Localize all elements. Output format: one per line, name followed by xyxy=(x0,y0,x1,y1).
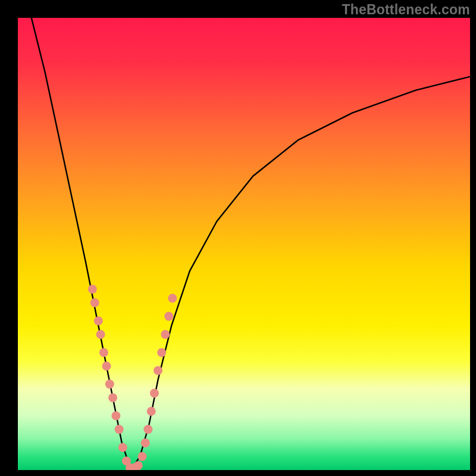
highlight-dot xyxy=(96,330,105,339)
plot-area xyxy=(18,18,470,470)
bottleneck-curve xyxy=(32,18,470,470)
highlight-dot xyxy=(141,439,150,447)
highlight-dot xyxy=(99,348,108,357)
highlight-dot xyxy=(88,285,97,294)
chart-frame: TheBottleneck.com xyxy=(0,0,476,476)
highlight-dot xyxy=(147,407,156,416)
highlight-dot xyxy=(105,380,114,389)
highlight-dot xyxy=(111,411,120,420)
highlight-dot xyxy=(161,330,170,339)
highlight-dot xyxy=(115,425,124,434)
highlight-dot xyxy=(138,452,147,461)
highlight-dot xyxy=(157,348,166,357)
highlight-dot xyxy=(94,317,103,325)
highlight-dot xyxy=(90,298,99,307)
highlight-dot xyxy=(150,389,159,397)
highlight-dot xyxy=(134,461,143,470)
highlight-dot xyxy=(102,362,111,371)
highlight-dot xyxy=(168,294,177,303)
highlight-dot xyxy=(143,425,152,434)
highlight-dot xyxy=(154,366,162,375)
chart-svg xyxy=(18,18,470,470)
highlight-dot xyxy=(164,312,173,321)
highlight-dot xyxy=(118,443,127,452)
highlight-dot xyxy=(108,393,117,402)
watermark-text: TheBottleneck.com xyxy=(342,2,470,18)
